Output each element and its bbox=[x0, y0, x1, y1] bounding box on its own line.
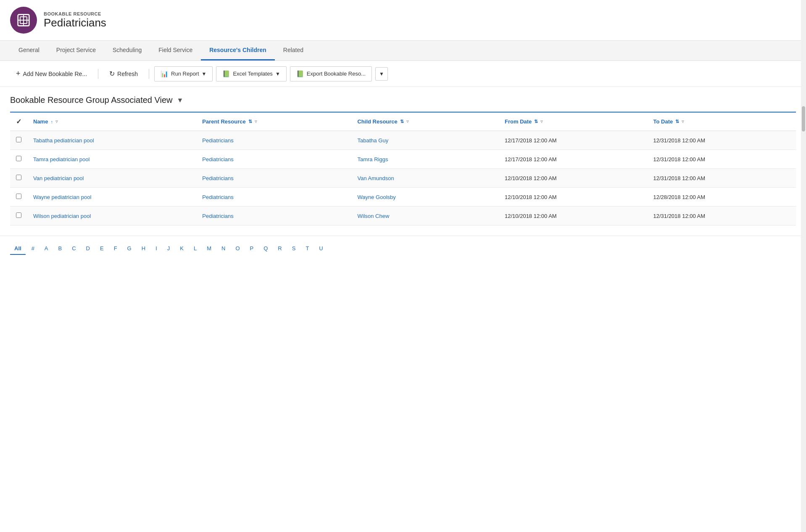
row-child-link-0[interactable]: Tabatha Guy bbox=[357, 137, 388, 144]
col-header-from-date[interactable]: From Date ⇅ ▿ bbox=[499, 112, 647, 131]
checkbox-1[interactable] bbox=[16, 156, 21, 161]
checkbox-3[interactable] bbox=[16, 194, 21, 199]
row-from-date-2: 12/10/2018 12:00 AM bbox=[499, 169, 647, 188]
toolbar: + Add New Bookable Re... ↻ Refresh 📊 Run… bbox=[0, 61, 806, 87]
scrollbar[interactable] bbox=[801, 0, 806, 262]
table-container: ✓ Name ↑ ▿ Parent Resource ⇅ ▿ bbox=[0, 112, 806, 236]
row-name-4: Wilson pediatrician pool bbox=[27, 207, 196, 225]
row-child-link-4[interactable]: Wilson Chew bbox=[357, 213, 389, 219]
row-child-link-2[interactable]: Van Amundson bbox=[357, 175, 394, 181]
row-name-1: Tamra pediatrician pool bbox=[27, 150, 196, 169]
refresh-button[interactable]: ↻ Refresh bbox=[103, 66, 144, 81]
row-child-link-3[interactable]: Wayne Goolsby bbox=[357, 194, 395, 200]
refresh-icon: ↻ bbox=[109, 70, 115, 78]
data-table: ✓ Name ↑ ▿ Parent Resource ⇅ ▿ bbox=[10, 112, 796, 225]
col-header-to-date[interactable]: To Date ⇅ ▿ bbox=[648, 112, 796, 131]
col-from-sort-icon[interactable]: ⇅ bbox=[534, 119, 538, 124]
row-to-date-4: 12/31/2018 12:00 AM bbox=[648, 207, 796, 225]
pagination-item-i[interactable]: I bbox=[151, 243, 161, 255]
col-child-filter-icon[interactable]: ▿ bbox=[406, 119, 409, 124]
pagination-item-d[interactable]: D bbox=[82, 243, 94, 255]
tab-related[interactable]: Related bbox=[275, 41, 312, 60]
pagination-item-g[interactable]: G bbox=[123, 243, 136, 255]
col-child-sort-icon[interactable]: ⇅ bbox=[400, 119, 404, 124]
col-header-parent-resource[interactable]: Parent Resource ⇅ ▿ bbox=[196, 112, 351, 131]
pagination-item-q[interactable]: Q bbox=[259, 243, 272, 255]
row-name-link-1[interactable]: Tamra pediatrician pool bbox=[33, 156, 90, 162]
pagination-item-a[interactable]: A bbox=[40, 243, 53, 255]
toolbar-divider-1 bbox=[98, 69, 98, 79]
pagination-item-t[interactable]: T bbox=[301, 243, 313, 255]
table-row: Tamra pediatrician pool Pediatricians Ta… bbox=[10, 150, 796, 169]
row-name-link-3[interactable]: Wayne pediatrician pool bbox=[33, 194, 91, 200]
row-parent-link-0[interactable]: Pediatricians bbox=[202, 137, 233, 144]
col-name-sort-icon[interactable]: ↑ bbox=[50, 119, 53, 124]
checkbox-2[interactable] bbox=[16, 175, 21, 180]
row-from-date-0: 12/17/2018 12:00 AM bbox=[499, 131, 647, 150]
col-to-label: To Date bbox=[653, 118, 673, 125]
row-name-link-4[interactable]: Wilson pediatrician pool bbox=[33, 213, 91, 219]
col-header-child-resource[interactable]: Child Resource ⇅ ▿ bbox=[351, 112, 499, 131]
tab-general[interactable]: General bbox=[10, 41, 48, 60]
row-from-date-4: 12/10/2018 12:00 AM bbox=[499, 207, 647, 225]
row-checkbox-4[interactable] bbox=[10, 207, 27, 225]
pagination-item-n[interactable]: N bbox=[217, 243, 229, 255]
col-header-name[interactable]: Name ↑ ▿ bbox=[27, 112, 196, 131]
row-checkbox-1[interactable] bbox=[10, 150, 27, 169]
col-parent-sort-icon[interactable]: ⇅ bbox=[248, 119, 252, 124]
tab-field-service[interactable]: Field Service bbox=[150, 41, 201, 60]
row-name-2: Van pediatrician pool bbox=[27, 169, 196, 188]
pagination-item-o[interactable]: O bbox=[231, 243, 244, 255]
view-title-bar: Bookable Resource Group Associated View … bbox=[0, 87, 806, 112]
row-checkbox-0[interactable] bbox=[10, 131, 27, 150]
row-name-link-0[interactable]: Tabatha pediatrician pool bbox=[33, 137, 94, 144]
row-parent-link-1[interactable]: Pediatricians bbox=[202, 156, 233, 162]
pagination-item-#[interactable]: # bbox=[27, 243, 39, 255]
run-report-label: Run Report bbox=[171, 71, 199, 77]
pagination-item-u[interactable]: U bbox=[315, 243, 327, 255]
pagination-item-l[interactable]: L bbox=[190, 243, 201, 255]
checkbox-0[interactable] bbox=[16, 137, 21, 142]
row-name-link-2[interactable]: Van pediatrician pool bbox=[33, 175, 84, 181]
pagination-item-m[interactable]: M bbox=[203, 243, 216, 255]
run-report-button[interactable]: 📊 Run Report ▼ bbox=[154, 66, 213, 81]
table-row: Van pediatrician pool Pediatricians Van … bbox=[10, 169, 796, 188]
tab-resources-children[interactable]: Resource's Children bbox=[201, 41, 275, 60]
pagination-item-c[interactable]: C bbox=[68, 243, 80, 255]
select-all-header[interactable]: ✓ bbox=[10, 112, 27, 131]
export-dropdown-button[interactable]: ▼ bbox=[375, 67, 388, 81]
col-from-filter-icon[interactable]: ▿ bbox=[540, 119, 543, 124]
tab-project-service[interactable]: Project Service bbox=[48, 41, 104, 60]
excel-templates-label: Excel Templates bbox=[233, 71, 272, 77]
row-parent-link-2[interactable]: Pediatricians bbox=[202, 175, 233, 181]
pagination-item-b[interactable]: B bbox=[54, 243, 66, 255]
pagination-item-e[interactable]: E bbox=[96, 243, 108, 255]
row-checkbox-3[interactable] bbox=[10, 188, 27, 207]
pagination-item-r[interactable]: R bbox=[274, 243, 286, 255]
view-title-chevron-icon[interactable]: ▼ bbox=[177, 97, 184, 104]
pagination-item-f[interactable]: F bbox=[110, 243, 121, 255]
row-checkbox-2[interactable] bbox=[10, 169, 27, 188]
scrollbar-thumb[interactable] bbox=[802, 106, 805, 131]
row-child-link-1[interactable]: Tamra Riggs bbox=[357, 156, 388, 162]
excel-templates-button[interactable]: 📗 Excel Templates ▼ bbox=[216, 66, 286, 81]
pagination-item-h[interactable]: H bbox=[137, 243, 150, 255]
col-name-filter-icon[interactable]: ▿ bbox=[55, 119, 58, 124]
pagination-item-j[interactable]: J bbox=[163, 243, 174, 255]
pagination-item-all[interactable]: All bbox=[10, 243, 26, 255]
table-row: Wilson pediatrician pool Pediatricians W… bbox=[10, 207, 796, 225]
export-button[interactable]: 📗 Export Bookable Reso... bbox=[290, 66, 372, 81]
tab-scheduling[interactable]: Scheduling bbox=[104, 41, 150, 60]
col-parent-label: Parent Resource bbox=[202, 118, 245, 125]
nav-tabs: General Project Service Scheduling Field… bbox=[0, 41, 806, 61]
col-to-filter-icon[interactable]: ▿ bbox=[682, 119, 684, 124]
row-parent-link-3[interactable]: Pediatricians bbox=[202, 194, 233, 200]
row-parent-link-4[interactable]: Pediatricians bbox=[202, 213, 233, 219]
pagination-item-k[interactable]: K bbox=[176, 243, 188, 255]
pagination-item-p[interactable]: P bbox=[246, 243, 258, 255]
checkbox-4[interactable] bbox=[16, 212, 21, 218]
col-to-sort-icon[interactable]: ⇅ bbox=[675, 119, 679, 124]
col-parent-filter-icon[interactable]: ▿ bbox=[255, 119, 257, 124]
add-new-button[interactable]: + Add New Bookable Re... bbox=[10, 66, 93, 81]
pagination-item-s[interactable]: S bbox=[288, 243, 300, 255]
